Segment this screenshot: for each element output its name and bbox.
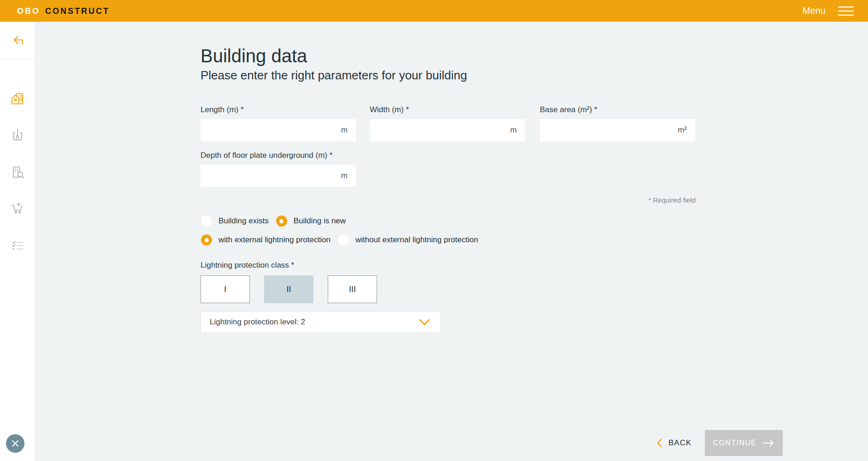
earthing-rod-icon bbox=[10, 128, 25, 144]
continue-button-label: CONTINUE bbox=[713, 439, 756, 447]
radio-with-external-protection-label[interactable]: with external lightning protection bbox=[218, 235, 331, 245]
chevron-left-icon bbox=[656, 437, 662, 449]
protection-level-value: Lightning protection level: 2 bbox=[210, 317, 305, 327]
main-content: Building data Please enter the right par… bbox=[35, 22, 868, 461]
chevron-down-icon bbox=[418, 317, 431, 327]
sidebar-item-building-data[interactable] bbox=[6, 88, 29, 110]
menu-button[interactable]: Menu bbox=[803, 5, 854, 17]
protection-level-dropdown[interactable]: Lightning protection level: 2 bbox=[201, 311, 441, 333]
checklist-icon bbox=[10, 238, 25, 254]
menu-label: Menu bbox=[803, 6, 826, 16]
radio-building-exists-label[interactable]: Building exists bbox=[218, 216, 269, 226]
building-icon bbox=[10, 91, 25, 107]
protection-class-option-1[interactable]: I bbox=[201, 275, 250, 303]
logo-obo-text: OBO bbox=[17, 7, 40, 15]
sidebar-item-checklist[interactable] bbox=[6, 235, 29, 257]
width-label: Width (m) * bbox=[370, 105, 525, 114]
protection-class-option-3[interactable]: III bbox=[328, 275, 377, 303]
arrow-right-icon bbox=[762, 439, 774, 447]
sidebar-item-earthing[interactable] bbox=[6, 125, 29, 147]
sidebar-item-cart[interactable] bbox=[6, 198, 29, 220]
page-title: Building data bbox=[201, 45, 307, 67]
width-input[interactable] bbox=[370, 119, 525, 141]
sidebar-divider bbox=[0, 59, 35, 60]
field-depth-underground: Depth of floor plate underground (m) * m bbox=[201, 151, 356, 187]
radio-building-is-new-label[interactable]: Building is new bbox=[294, 216, 346, 226]
close-icon bbox=[11, 439, 20, 448]
continue-button[interactable]: CONTINUE bbox=[705, 430, 783, 456]
back-nav-button[interactable] bbox=[6, 29, 29, 51]
back-arrow-icon bbox=[10, 32, 25, 48]
required-field-note: * Required field bbox=[648, 196, 696, 204]
length-input[interactable] bbox=[201, 119, 356, 141]
length-label: Length (m) * bbox=[201, 105, 356, 114]
building-search-icon bbox=[10, 164, 25, 180]
back-button[interactable]: BACK bbox=[656, 432, 691, 454]
topbar: OBO CONSTRUCT Menu bbox=[0, 0, 868, 22]
protection-class-option-2[interactable]: II bbox=[264, 275, 313, 303]
radio-building-exists[interactable] bbox=[201, 216, 212, 227]
sidebar-item-building-search[interactable] bbox=[6, 161, 29, 183]
protection-class-label: Lightning protection class * bbox=[201, 261, 294, 270]
page-subtitle: Please enter the right parameters for yo… bbox=[201, 68, 467, 83]
hamburger-icon bbox=[838, 5, 854, 17]
back-button-label: BACK bbox=[668, 438, 691, 448]
add-to-cart-icon bbox=[10, 201, 25, 216]
depth-label: Depth of floor plate underground (m) * bbox=[201, 151, 356, 160]
radio-group-external-protection: with external lightning protection witho… bbox=[201, 234, 485, 245]
radio-without-external-protection[interactable] bbox=[338, 234, 349, 245]
radio-with-external-protection[interactable] bbox=[201, 234, 212, 245]
logo-construct-text: CONSTRUCT bbox=[45, 7, 110, 15]
field-length: Length (m) * m bbox=[201, 105, 356, 141]
sidebar bbox=[0, 22, 35, 461]
depth-input[interactable] bbox=[201, 165, 356, 187]
protection-class-selector: I II III bbox=[201, 275, 377, 303]
radio-group-building-state: Building exists Building is new bbox=[201, 216, 353, 227]
field-base-area: Base area (m²) * m² bbox=[540, 105, 695, 141]
field-width: Width (m) * m bbox=[370, 105, 525, 141]
close-button[interactable] bbox=[6, 434, 24, 453]
app-window: OBO CONSTRUCT Menu bbox=[0, 0, 868, 461]
radio-building-is-new[interactable] bbox=[276, 216, 287, 227]
app-logo[interactable]: OBO CONSTRUCT bbox=[17, 7, 110, 15]
radio-without-external-protection-label[interactable]: without external lightning protection bbox=[355, 235, 478, 245]
base-area-input[interactable] bbox=[540, 119, 695, 141]
base-area-label: Base area (m²) * bbox=[540, 105, 695, 114]
